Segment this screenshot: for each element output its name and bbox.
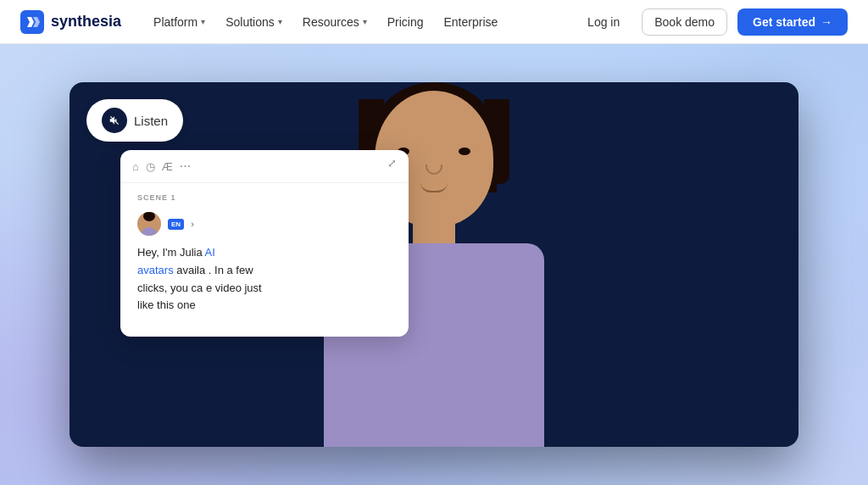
navbar-left: synthesia Platform ▾ Solutions ▾ Resourc… [20, 10, 506, 34]
more-icon[interactable]: ··· [180, 159, 191, 174]
text-icon[interactable]: Æ [162, 160, 173, 173]
logo-icon [20, 10, 44, 34]
navbar-right: Log in Book demo Get started → [576, 8, 848, 36]
avatar-mouth [420, 182, 448, 192]
nav-solutions[interactable]: Solutions ▾ [217, 10, 291, 34]
nav-resources[interactable]: Resources ▾ [294, 10, 376, 34]
text-line3: . In a few [209, 264, 253, 276]
avatar-row: EN › [137, 212, 392, 236]
language-badge: EN [168, 219, 184, 230]
editor-text: Hey, I'm Julia AI avatars availa . In a … [137, 244, 392, 315]
book-demo-button[interactable]: Book demo [642, 8, 727, 36]
text-line5: e video just [206, 282, 262, 294]
editor-panel: ⌂ ◷ Æ ··· ⤢ SCENE 1 EN › [120, 150, 409, 337]
nav-links: Platform ▾ Solutions ▾ Resources ▾ Prici… [145, 10, 506, 34]
text-highlight-avatars: avatars [137, 264, 174, 276]
text-highlight-ai: AI [205, 246, 215, 259]
listen-label: Listen [134, 114, 168, 128]
text-line6: like this one [137, 298, 196, 311]
avatar-thumbnail [137, 212, 161, 236]
listen-button[interactable]: Listen [86, 99, 183, 142]
chevron-down-icon: ▾ [363, 17, 367, 26]
avatar-eye-right [459, 148, 470, 155]
chevron-down-icon: ▾ [278, 17, 282, 26]
clock-icon[interactable]: ◷ [146, 160, 155, 173]
video-card: Listen [70, 82, 798, 447]
navbar: synthesia Platform ▾ Solutions ▾ Resourc… [0, 0, 868, 44]
text-line2: availa [174, 264, 206, 276]
main-content: Listen [0, 44, 868, 485]
home-icon[interactable]: ⌂ [132, 160, 139, 173]
nav-platform[interactable]: Platform ▾ [145, 10, 214, 34]
text-line4: clicks, you ca [137, 282, 203, 294]
editor-toolbar: ⌂ ◷ Æ ··· ⤢ [120, 150, 409, 183]
logo-text: synthesia [51, 13, 121, 31]
get-started-button[interactable]: Get started → [737, 8, 848, 36]
scene-label: SCENE 1 [137, 193, 392, 202]
editor-content: SCENE 1 EN › Hey, I'm Julia AI avatars a [120, 183, 409, 325]
nav-pricing[interactable]: Pricing [379, 10, 432, 34]
text-line1: Hey, I'm Julia [137, 246, 205, 259]
nav-enterprise[interactable]: Enterprise [435, 10, 506, 34]
expand-icon[interactable]: ⤢ [387, 157, 397, 170]
avatar-nose [426, 164, 442, 175]
chevron-down-icon: ▾ [201, 17, 205, 26]
arrow-icon: → [821, 15, 832, 29]
mute-icon [102, 108, 127, 133]
login-button[interactable]: Log in [576, 9, 632, 35]
logo[interactable]: synthesia [20, 10, 121, 34]
chevron-right-icon: › [191, 219, 194, 229]
